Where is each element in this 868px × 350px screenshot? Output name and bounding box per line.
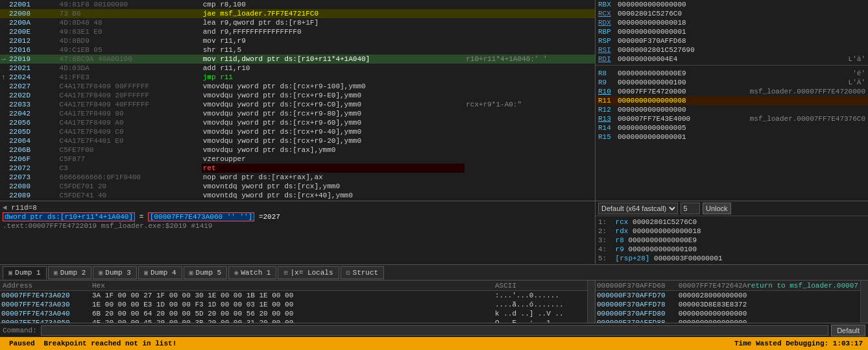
register-row-rsp[interactable]: RSP 000000F370AFFD68 bbox=[596, 36, 868, 45]
asm-col: vmovdqu yword ptr ds:[rcx+r9-40],ymm0 bbox=[202, 127, 465, 136]
register-row-r12[interactable]: R12 0000000000000000 bbox=[596, 105, 868, 114]
hex-col: C4A17E7F8409 A0 bbox=[58, 118, 202, 127]
tab-watch1[interactable]: ◉ Watch 1 bbox=[228, 266, 276, 279]
table-row[interactable]: 22016 49:C1EB 05 shr r11,5 bbox=[0, 45, 595, 55]
stack-scrollbar[interactable] bbox=[860, 281, 868, 323]
comment-col bbox=[464, 0, 595, 9]
table-row[interactable]: 2205D C4A17E7F8409 C0 vmovdqu yword ptr … bbox=[0, 127, 595, 136]
list-item[interactable]: 4: r9 0000000000000100 bbox=[598, 245, 865, 254]
register-row-rdi[interactable]: RDI 000000000004E4 L'ä' bbox=[596, 55, 868, 64]
tab-dump2[interactable]: ▣ Dump 2 bbox=[48, 266, 92, 279]
register-row-r9[interactable]: R9 0000000000000100 L'Ä' bbox=[596, 78, 868, 87]
bp-col bbox=[0, 164, 8, 173]
reg-name-link[interactable]: RSI bbox=[598, 45, 618, 55]
table-row[interactable]: 22064 C4A17E7F4401 E0 vmovdqu yword ptr … bbox=[0, 136, 595, 145]
register-row-r8[interactable]: R8 00000000000000E9 'é' bbox=[596, 69, 868, 78]
register-row-rbx[interactable]: RBX 0000000000000000 bbox=[596, 0, 868, 9]
hex-col: 4D:03DA bbox=[58, 64, 202, 73]
register-row-r10[interactable]: R10 00007FF7E4720000 msf_loader.00007FF7… bbox=[596, 87, 868, 96]
table-row[interactable]: ↑ 22024 41:FFE3 jmp r11 bbox=[0, 73, 595, 82]
stack-row[interactable]: 000000F370AFFD80 0000000000000000 bbox=[596, 309, 860, 318]
command-input[interactable] bbox=[41, 325, 828, 336]
list-item[interactable]: 5: [rsp+28] 0000003F00000001 bbox=[598, 254, 865, 263]
reg-name-link[interactable]: RDI bbox=[598, 55, 618, 64]
hex-scrollbar[interactable] bbox=[587, 281, 595, 323]
register-row-r14[interactable]: R14 0000000000000005 bbox=[596, 123, 868, 132]
hex-row[interactable]: 00007FF7E473A040 6B 20 00 00 64 20 00 00… bbox=[0, 309, 587, 318]
tab-dump3[interactable]: ▣ Dump 3 bbox=[93, 266, 137, 279]
table-row[interactable]: 22089 C5FDE741 40 vmovntdq yword ptr ds:… bbox=[0, 191, 595, 200]
list-item[interactable]: 3: r8 00000000000000E9 bbox=[598, 236, 865, 245]
default-button[interactable]: Default bbox=[831, 325, 865, 336]
reg-name: RSP bbox=[598, 36, 618, 45]
stack-row[interactable]: 000000F370AFFD78 000003D8E83E8372 bbox=[596, 300, 860, 309]
watch-icon: ◉ bbox=[234, 269, 238, 277]
register-row-rcx[interactable]: RCX 00002801C5276C0 bbox=[596, 9, 868, 18]
hex-col: 49:83E1 E0 bbox=[58, 27, 202, 36]
addr-col: 22080 bbox=[8, 182, 58, 191]
table-row[interactable]: 22056 C4A17E7F8409 A0 vmovdqu yword ptr … bbox=[0, 118, 595, 127]
reg-name-link[interactable]: RCX bbox=[598, 9, 618, 18]
register-row-r15[interactable]: R15 0000000000000001 bbox=[596, 132, 868, 142]
unlock-button[interactable]: Unlock bbox=[703, 203, 731, 214]
table-row[interactable]: 22021 4D:03DA add r11,r10 bbox=[0, 64, 595, 73]
hex-row[interactable]: 00007FF7E473A050 4F 20 00 00 45 20 00 00… bbox=[0, 318, 587, 323]
comment-col: rcx+r9*1-A0:" bbox=[464, 100, 595, 109]
table-row[interactable]: 2200A 4D:8D48 48 lea r9,qword ptr ds:[r8… bbox=[0, 18, 595, 27]
table-row[interactable]: 22001 49:81F8 00100000 cmp r8,100 bbox=[0, 0, 595, 9]
table-row[interactable]: 22033 C4A17E7F8409 40FFFFFF vmovdqu ywor… bbox=[0, 100, 595, 109]
hex-col: 4D:8D48 48 bbox=[58, 18, 202, 27]
table-row[interactable]: 2202D C4A17E7F8409 20FFFFFF vmovdqu ywor… bbox=[0, 91, 595, 100]
reg-comment: L'Ä' bbox=[844, 78, 865, 87]
asm-col: vmovdqu yword ptr ds:[rcx+r9-100],ymm0 bbox=[202, 82, 465, 91]
hex-panel: Address Hex ASCII 00007FF7E473A020 3A 1F… bbox=[0, 281, 596, 323]
reg-name-link[interactable]: R10 bbox=[598, 87, 618, 96]
asm-col: nop word ptr ds:[rax+rax],ax bbox=[202, 173, 465, 182]
hex-row[interactable]: 00007FF7E473A030 1E 00 00 00 E3 1D 00 00… bbox=[0, 300, 587, 309]
call-stack-count[interactable] bbox=[681, 203, 700, 214]
table-row[interactable]: 22027 C4A17E7F8409 00FFFFFF vmovdqu ywor… bbox=[0, 82, 595, 91]
list-item[interactable]: 2: rdx 0000000000000018 bbox=[598, 227, 865, 236]
hex-bytes: 4F 20 00 00 45 20 00 00 3B 20 00 00 31 2… bbox=[92, 318, 495, 323]
reg-name-link[interactable]: R13 bbox=[598, 114, 618, 123]
addr-col: 22024 bbox=[8, 73, 58, 82]
tab-struct[interactable]: ⊡ Struct bbox=[341, 266, 385, 279]
bp-col bbox=[0, 127, 8, 136]
table-row[interactable]: 2206B C5FE7F00 vmovdqu yword ptr ds:[rax… bbox=[0, 145, 595, 155]
table-row[interactable]: → 22019 47:8BC9A 40A00100 mov r11d,dword… bbox=[0, 55, 595, 64]
table-row[interactable]: 22073 6666666666:0F1F8400 nop word ptr d… bbox=[0, 173, 595, 182]
asm-col: jae msf_loader.7FF7E4721FC0 bbox=[202, 9, 465, 18]
register-row-r13[interactable]: R13 000007FF7E43E4000 msf_loader.00007FF… bbox=[596, 114, 868, 123]
register-row-rsi[interactable]: RSI 00000002801C527690 bbox=[596, 45, 868, 55]
table-row[interactable]: 22080 C5FDE701 20 vmovntdq yword ptr ds:… bbox=[0, 182, 595, 191]
stack-header: 000000F370AFFD68 00007FF7E472642A return… bbox=[596, 281, 860, 291]
asm-col: vmovdqu yword ptr ds:[rcx+r9-60],ymm0 bbox=[202, 118, 465, 127]
stack-val: 0000000000000000 bbox=[679, 309, 747, 318]
stack-row[interactable]: 000000F370AFFD70 0000028000000000 bbox=[596, 291, 860, 300]
table-row[interactable]: 22012 4D:8BD9 mov r11,r9 bbox=[0, 36, 595, 45]
tab-dump1[interactable]: ▣ Dump 1 bbox=[3, 266, 47, 279]
table-row[interactable]: 2200E 49:83E1 E0 and r9,FFFFFFFFFFFFFFF0 bbox=[0, 27, 595, 36]
rip-arrow-icon: → bbox=[1, 55, 6, 63]
tab-locals[interactable]: ⊞ |x= Locals bbox=[278, 266, 339, 279]
table-row[interactable]: 22072 C3 ret bbox=[0, 164, 595, 173]
register-row-rbp[interactable]: RBP 0000000000000001 bbox=[596, 27, 868, 36]
register-row-rdx[interactable]: RDX 0000000000000018 bbox=[596, 18, 868, 27]
hex-row[interactable]: 00007FF7E473A020 3A 1F 00 00 27 1F 00 00… bbox=[0, 291, 587, 300]
table-row[interactable]: 2206F C5F877 vzeroupper bbox=[0, 155, 595, 164]
table-row[interactable]: 22042 C4A17E7F8409 80 vmovdqu yword ptr … bbox=[0, 109, 595, 118]
register-row-r11[interactable]: R11 0000000000000008 bbox=[596, 96, 868, 105]
reg-value: 00007FF7E4720000 bbox=[618, 87, 745, 96]
hex-col: 49:C1EB 05 bbox=[58, 45, 202, 55]
table-row[interactable]: 22008 73 B6 jae msf_loader.7FF7E4721FC0 bbox=[0, 9, 595, 18]
addr-header: Address bbox=[1, 281, 92, 290]
tab-dump4[interactable]: ▣ Dump 4 bbox=[138, 266, 182, 279]
reg-name-link[interactable]: RDX bbox=[598, 18, 618, 27]
call-type-select[interactable]: Default (x64 fastcall) bbox=[598, 203, 678, 214]
dump-icon: ▣ bbox=[8, 269, 12, 277]
bp-col bbox=[0, 182, 8, 191]
tab-dump5[interactable]: ▣ Dump 5 bbox=[184, 266, 228, 279]
list-item[interactable]: 1: rcx 00002801C5276C0 bbox=[598, 218, 865, 227]
bp-col bbox=[0, 91, 8, 100]
stack-row[interactable]: 000000F370AFFD88 0000000000000000 bbox=[596, 318, 860, 323]
